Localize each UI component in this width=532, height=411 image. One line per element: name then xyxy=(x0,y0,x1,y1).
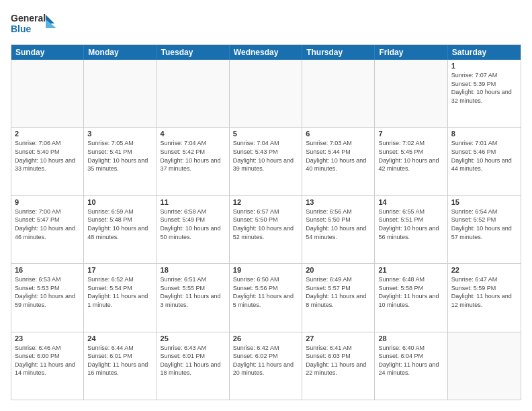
calendar-cell xyxy=(157,60,230,127)
day-info: Sunrise: 7:04 AMSunset: 5:42 PMDaylight:… xyxy=(161,139,226,173)
calendar-cell xyxy=(448,332,521,400)
day-number: 18 xyxy=(161,266,226,274)
day-info: Sunrise: 6:50 AMSunset: 5:56 PMDaylight:… xyxy=(233,275,298,309)
day-info: Sunrise: 6:41 AMSunset: 6:03 PMDaylight:… xyxy=(306,344,371,377)
calendar-cell: 2Sunrise: 7:06 AMSunset: 5:40 PMDaylight… xyxy=(11,128,84,195)
day-number: 3 xyxy=(87,130,152,138)
day-number: 23 xyxy=(15,334,80,342)
calendar-cell: 15Sunrise: 6:54 AMSunset: 5:52 PMDayligh… xyxy=(448,196,521,263)
day-number: 20 xyxy=(306,266,371,274)
calendar-cell xyxy=(375,60,447,127)
calendar-cell: 26Sunrise: 6:42 AMSunset: 6:02 PMDayligh… xyxy=(230,332,302,400)
calendar-cell: 12Sunrise: 6:57 AMSunset: 5:50 PMDayligh… xyxy=(230,196,302,263)
day-info: Sunrise: 6:48 AMSunset: 5:58 PMDaylight:… xyxy=(378,275,443,309)
day-number: 15 xyxy=(451,198,517,206)
calendar-cell: 23Sunrise: 6:46 AMSunset: 6:00 PMDayligh… xyxy=(11,332,84,400)
calendar-cell: 20Sunrise: 6:49 AMSunset: 5:57 PMDayligh… xyxy=(302,264,375,331)
day-number: 8 xyxy=(451,130,517,138)
calendar-cell: 19Sunrise: 6:50 AMSunset: 5:56 PMDayligh… xyxy=(230,264,302,331)
calendar-row-0: 1Sunrise: 7:07 AMSunset: 5:39 PMDaylight… xyxy=(11,60,521,127)
day-number: 21 xyxy=(378,266,443,274)
day-info: Sunrise: 6:56 AMSunset: 5:50 PMDaylight:… xyxy=(306,208,371,241)
calendar-row-4: 23Sunrise: 6:46 AMSunset: 6:00 PMDayligh… xyxy=(11,332,521,400)
calendar-cell: 10Sunrise: 6:59 AMSunset: 5:48 PMDayligh… xyxy=(84,196,157,263)
header-cell-saturday: Saturday xyxy=(448,45,521,60)
day-number: 6 xyxy=(306,130,371,138)
calendar-row-1: 2Sunrise: 7:06 AMSunset: 5:40 PMDaylight… xyxy=(11,127,521,195)
day-number: 11 xyxy=(161,198,226,206)
day-number: 25 xyxy=(161,334,226,342)
calendar-cell: 5Sunrise: 7:04 AMSunset: 5:43 PMDaylight… xyxy=(230,128,302,195)
calendar-cell: 9Sunrise: 7:00 AMSunset: 5:47 PMDaylight… xyxy=(11,196,84,263)
calendar-cell: 27Sunrise: 6:41 AMSunset: 6:03 PMDayligh… xyxy=(302,332,375,400)
day-info: Sunrise: 6:55 AMSunset: 5:51 PMDaylight:… xyxy=(378,208,443,241)
calendar-cell xyxy=(11,60,84,127)
calendar-cell xyxy=(230,60,302,127)
calendar-cell: 6Sunrise: 7:03 AMSunset: 5:44 PMDaylight… xyxy=(302,128,375,195)
svg-text:Blue: Blue xyxy=(11,24,32,34)
day-info: Sunrise: 7:04 AMSunset: 5:43 PMDaylight:… xyxy=(233,139,298,173)
calendar-cell: 22Sunrise: 6:47 AMSunset: 5:59 PMDayligh… xyxy=(448,264,521,331)
header-cell-monday: Monday xyxy=(84,45,157,60)
day-info: Sunrise: 6:52 AMSunset: 5:54 PMDaylight:… xyxy=(87,275,152,309)
header-cell-wednesday: Wednesday xyxy=(230,45,302,60)
header-cell-thursday: Thursday xyxy=(302,45,375,60)
calendar-cell: 8Sunrise: 7:01 AMSunset: 5:46 PMDaylight… xyxy=(448,128,521,195)
calendar-cell: 17Sunrise: 6:52 AMSunset: 5:54 PMDayligh… xyxy=(84,264,157,331)
day-number: 12 xyxy=(233,198,298,206)
calendar-row-2: 9Sunrise: 7:00 AMSunset: 5:47 PMDaylight… xyxy=(11,195,521,263)
header-cell-sunday: Sunday xyxy=(11,45,84,60)
day-number: 19 xyxy=(233,266,298,274)
calendar-cell xyxy=(302,60,375,127)
day-info: Sunrise: 6:44 AMSunset: 6:01 PMDaylight:… xyxy=(87,344,152,377)
calendar-cell: 13Sunrise: 6:56 AMSunset: 5:50 PMDayligh… xyxy=(302,196,375,263)
day-info: Sunrise: 6:42 AMSunset: 6:02 PMDaylight:… xyxy=(233,344,298,377)
calendar-header: SundayMondayTuesdayWednesdayThursdayFrid… xyxy=(11,45,521,60)
day-info: Sunrise: 7:07 AMSunset: 5:39 PMDaylight:… xyxy=(451,71,517,105)
calendar-cell: 3Sunrise: 7:05 AMSunset: 5:41 PMDaylight… xyxy=(84,128,157,195)
day-number: 9 xyxy=(15,198,80,206)
calendar-cell: 28Sunrise: 6:40 AMSunset: 6:04 PMDayligh… xyxy=(375,332,447,400)
calendar-row-3: 16Sunrise: 6:53 AMSunset: 5:53 PMDayligh… xyxy=(11,263,521,331)
day-number: 27 xyxy=(306,334,371,342)
day-info: Sunrise: 6:43 AMSunset: 6:01 PMDaylight:… xyxy=(161,344,226,377)
day-number: 7 xyxy=(378,130,443,138)
calendar: SundayMondayTuesdayWednesdayThursdayFrid… xyxy=(11,44,521,400)
logo: GeneralBlue xyxy=(11,11,58,38)
day-info: Sunrise: 7:06 AMSunset: 5:40 PMDaylight:… xyxy=(15,139,80,173)
calendar-cell: 16Sunrise: 6:53 AMSunset: 5:53 PMDayligh… xyxy=(11,264,84,331)
calendar-cell: 7Sunrise: 7:02 AMSunset: 5:45 PMDaylight… xyxy=(375,128,447,195)
day-number: 17 xyxy=(87,266,152,274)
day-number: 16 xyxy=(15,266,80,274)
day-number: 22 xyxy=(451,266,517,274)
day-number: 10 xyxy=(87,198,152,206)
day-number: 26 xyxy=(233,334,298,342)
header: GeneralBlue xyxy=(11,11,521,38)
calendar-cell: 24Sunrise: 6:44 AMSunset: 6:01 PMDayligh… xyxy=(84,332,157,400)
day-info: Sunrise: 6:54 AMSunset: 5:52 PMDaylight:… xyxy=(451,208,517,241)
day-info: Sunrise: 6:51 AMSunset: 5:55 PMDaylight:… xyxy=(161,275,226,309)
day-info: Sunrise: 7:01 AMSunset: 5:46 PMDaylight:… xyxy=(451,139,517,173)
day-number: 13 xyxy=(306,198,371,206)
calendar-body: 1Sunrise: 7:07 AMSunset: 5:39 PMDaylight… xyxy=(11,60,521,400)
day-info: Sunrise: 7:02 AMSunset: 5:45 PMDaylight:… xyxy=(378,139,443,173)
day-info: Sunrise: 7:03 AMSunset: 5:44 PMDaylight:… xyxy=(306,139,371,173)
header-cell-friday: Friday xyxy=(375,45,447,60)
day-info: Sunrise: 6:46 AMSunset: 6:00 PMDaylight:… xyxy=(15,344,80,377)
day-number: 1 xyxy=(451,62,517,70)
page: GeneralBlue SundayMondayTuesdayWednesday… xyxy=(0,0,532,411)
svg-text:General: General xyxy=(11,13,46,24)
day-info: Sunrise: 7:00 AMSunset: 5:47 PMDaylight:… xyxy=(15,208,80,241)
calendar-cell: 14Sunrise: 6:55 AMSunset: 5:51 PMDayligh… xyxy=(375,196,447,263)
day-number: 2 xyxy=(15,130,80,138)
day-info: Sunrise: 6:53 AMSunset: 5:53 PMDaylight:… xyxy=(15,275,80,309)
day-number: 5 xyxy=(233,130,298,138)
calendar-cell: 11Sunrise: 6:58 AMSunset: 5:49 PMDayligh… xyxy=(157,196,230,263)
day-number: 4 xyxy=(161,130,226,138)
calendar-cell: 4Sunrise: 7:04 AMSunset: 5:42 PMDaylight… xyxy=(157,128,230,195)
logo-svg: GeneralBlue xyxy=(11,11,58,38)
day-info: Sunrise: 6:49 AMSunset: 5:57 PMDaylight:… xyxy=(306,275,371,309)
day-number: 24 xyxy=(87,334,152,342)
calendar-cell: 1Sunrise: 7:07 AMSunset: 5:39 PMDaylight… xyxy=(448,60,521,127)
day-number: 14 xyxy=(378,198,443,206)
